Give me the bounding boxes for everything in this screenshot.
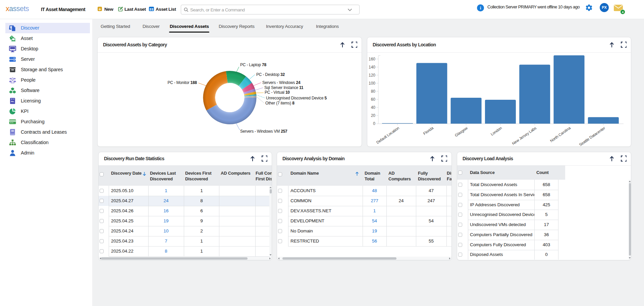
svg-text:PC - Laptop 78: PC - Laptop 78 bbox=[240, 62, 266, 67]
svg-text:Other (7 items) 8: Other (7 items) 8 bbox=[265, 101, 294, 105]
svg-text:60: 60 bbox=[371, 97, 376, 102]
svg-text:London: London bbox=[490, 126, 502, 136]
svg-text:Default Location: Default Location bbox=[376, 126, 400, 145]
svg-text:Florida: Florida bbox=[423, 126, 434, 136]
svg-text:20: 20 bbox=[371, 113, 376, 118]
svg-text:140: 140 bbox=[369, 65, 375, 70]
svg-text:PC - Desktop 32: PC - Desktop 32 bbox=[256, 72, 285, 77]
svg-text:100: 100 bbox=[369, 81, 375, 86]
svg-text:North Carolina: North Carolina bbox=[549, 126, 572, 143]
svg-text:Seattle Datacenter: Seattle Datacenter bbox=[578, 126, 606, 147]
svg-text:Glasgow: Glasgow bbox=[454, 126, 469, 137]
svg-text:Servers - Windows VM 257: Servers - Windows VM 257 bbox=[240, 129, 287, 134]
svg-text:0: 0 bbox=[373, 121, 375, 126]
svg-text:Servers - Windows 24: Servers - Windows 24 bbox=[262, 80, 301, 85]
svg-text:40: 40 bbox=[371, 105, 376, 110]
svg-text:PC - Virtual 10: PC - Virtual 10 bbox=[265, 90, 290, 95]
svg-text:120: 120 bbox=[369, 73, 375, 78]
svg-text:80: 80 bbox=[371, 89, 376, 94]
svg-text:160: 160 bbox=[369, 57, 375, 61]
svg-text:Unrecognised Discovered Device: Unrecognised Discovered Device 5 bbox=[266, 96, 327, 100]
svg-text:PC - Monitor 188: PC - Monitor 188 bbox=[167, 80, 197, 85]
svg-text:Sql Server Instance 11: Sql Server Instance 11 bbox=[264, 85, 304, 90]
svg-text:New Jersey Labs: New Jersey Labs bbox=[511, 126, 537, 146]
